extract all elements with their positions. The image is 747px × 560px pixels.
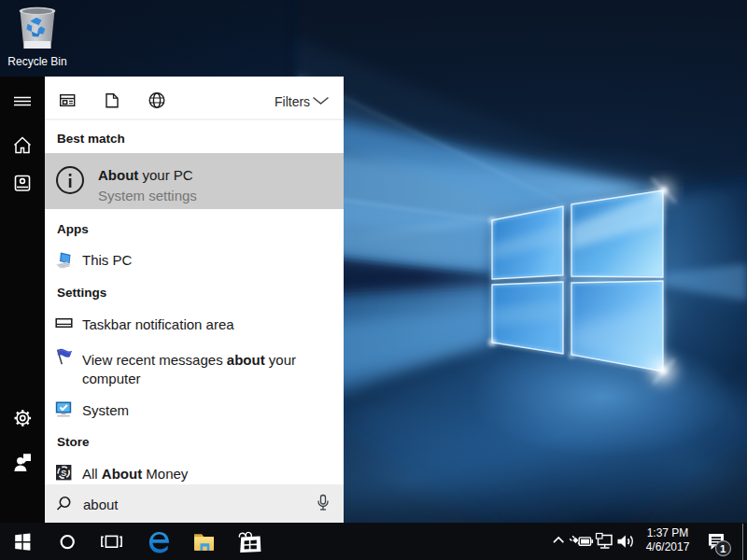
svg-text:1: 1 [720, 543, 726, 554]
svg-text:Recycle Bin: Recycle Bin [7, 55, 66, 68]
svg-text:S: S [61, 469, 66, 478]
